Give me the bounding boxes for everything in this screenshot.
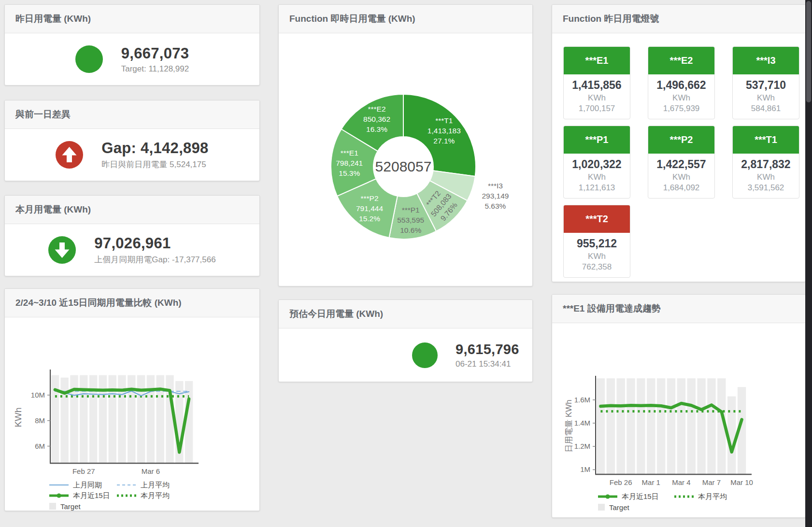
- svg-text:5.63%: 5.63%: [484, 202, 506, 210]
- light-tiles-grid: ***E11,415,856KWh1,700,157***E21,496,662…: [552, 33, 810, 278]
- svg-text:***E2: ***E2: [368, 105, 386, 113]
- svg-text:27.1%: 27.1%: [433, 137, 455, 145]
- compare-line-chart: 6M8M10MFeb 27Mar 6KWh: [5, 317, 259, 478]
- legend-label: 本月平均: [141, 491, 170, 500]
- svg-text:Mar 1: Mar 1: [642, 478, 660, 486]
- legend-item-series[interactable]: 上月同期: [49, 481, 117, 490]
- panel-header[interactable]: Function 昨日用電燈號: [552, 5, 805, 33]
- panel-title: ***E1 設備用電達成趨勢: [563, 302, 661, 315]
- svg-text:Mar 6: Mar 6: [142, 467, 160, 475]
- panel-title: Function 昨日用電燈號: [563, 13, 659, 25]
- target-bar: [667, 378, 675, 474]
- tile-body: 537,710KWh584,861: [733, 74, 799, 119]
- light-tile-T2: ***T2955,212KWh762,358: [563, 205, 630, 278]
- svg-text:15.2%: 15.2%: [359, 214, 380, 223]
- panel-header[interactable]: Function 即時日用電量 (KWh): [279, 5, 532, 33]
- panel-month-usage: 本月用電量 (KWh) 97,026,961 上個月同期用電Gap: -17,3…: [4, 195, 260, 276]
- svg-text:293,149: 293,149: [482, 192, 509, 200]
- target-swatch-icon: [598, 504, 605, 511]
- tile-label: ***P2: [648, 126, 714, 154]
- tile-label: ***E1: [564, 47, 630, 74]
- tile-label: ***I3: [733, 47, 799, 74]
- tile-target-value: 762,358: [564, 262, 630, 272]
- panel-header[interactable]: 與前一日差異: [5, 100, 259, 129]
- panel-body: 9,667,073 Target: 11,128,992: [5, 33, 259, 85]
- legend-item-target[interactable]: Target: [598, 503, 674, 512]
- series-line-icon: [49, 493, 69, 499]
- target-swatch-icon: [49, 503, 56, 510]
- legend-item-series[interactable]: 本月平均: [674, 492, 727, 501]
- panel-header[interactable]: 預估今日用電量 (KWh): [279, 300, 532, 328]
- legend-item-series[interactable]: 上月平均: [117, 481, 170, 490]
- tile-body: 1,496,662KWh1,675,939: [648, 74, 714, 119]
- legend-item-series[interactable]: 本月近15日: [598, 492, 674, 501]
- svg-text:Mar 10: Mar 10: [730, 478, 753, 486]
- light-tile-P1: ***P11,020,322KWh1,121,613: [563, 126, 630, 199]
- panel-body: ***T11,413,18327.1%***I3293,1495.63%***T…: [279, 33, 532, 286]
- legend-item-series[interactable]: 本月近15日: [49, 491, 117, 500]
- target-bar: [597, 378, 605, 474]
- legend-label: Target: [60, 502, 81, 511]
- legend-row: Target: [49, 501, 259, 512]
- target-bar: [607, 378, 615, 474]
- tile-unit: KWh: [733, 93, 799, 103]
- svg-text:10.6%: 10.6%: [400, 226, 421, 234]
- svg-text:***P1: ***P1: [402, 206, 420, 214]
- trend-line-chart: 1M1.2M1.4M1.6MFeb 26Mar 1Mar 4Mar 7Mar 1…: [552, 323, 806, 489]
- panel-today-forecast: 預估今日用電量 (KWh) 9,615,796 06-21 15:34:41: [278, 299, 533, 382]
- arrow-up-circle-icon: [56, 141, 83, 169]
- legend-label: 本月近15日: [622, 492, 659, 501]
- panel-header[interactable]: 本月用電量 (KWh): [5, 196, 259, 224]
- scrollbar-thumb[interactable]: [806, 1, 811, 102]
- tile-body: 1,422,557KWh1,684,092: [648, 154, 714, 198]
- svg-text:***E1: ***E1: [341, 149, 358, 157]
- panel-body: 97,026,961 上個月同期用電Gap: -17,377,566: [5, 224, 259, 276]
- scrollbar[interactable]: [805, 0, 812, 527]
- stat-value: Gap: 4,142,898: [101, 140, 208, 157]
- stat-value: 97,026,961: [94, 235, 215, 252]
- legend-label: 上月平均: [141, 481, 170, 490]
- series-line-icon: [117, 493, 136, 499]
- legend-item-target[interactable]: Target: [49, 502, 117, 511]
- svg-text:10M: 10M: [31, 391, 45, 399]
- panel-yesterday-lights: Function 昨日用電燈號 ***E11,415,856KWh1,700,1…: [552, 4, 806, 282]
- legend-row: 本月近15日本月平均: [598, 491, 805, 502]
- panel-header[interactable]: 昨日用電量 (KWh): [5, 5, 259, 33]
- target-bar: [647, 378, 655, 474]
- tile-value: 2,817,832: [733, 158, 799, 171]
- panel-title: 2/24~3/10 近15日同期用電量比較 (KWh): [15, 297, 182, 309]
- svg-text:798,241: 798,241: [336, 159, 363, 167]
- panel-title: 預估今日用電量 (KWh): [289, 308, 383, 320]
- series-line-icon: [117, 482, 136, 488]
- panel-header[interactable]: ***E1 設備用電達成趨勢: [552, 295, 805, 323]
- tile-target-value: 1,121,613: [564, 183, 630, 193]
- legend-label: 上月同期: [73, 481, 102, 490]
- tile-unit: KWh: [733, 172, 799, 182]
- pie-slice-label: ***I3293,1495.63%: [482, 182, 509, 210]
- tile-unit: KWh: [564, 252, 630, 261]
- tile-body: 1,020,322KWh1,121,613: [564, 154, 630, 198]
- series-line-icon: [598, 494, 617, 499]
- series-line-icon: [49, 482, 69, 488]
- svg-text:8M: 8M: [35, 416, 45, 425]
- tile-body: 2,817,832KWh3,591,562: [733, 154, 799, 198]
- target-bar: [616, 378, 625, 474]
- tile-target-value: 1,684,092: [648, 183, 714, 193]
- legend-label: 本月平均: [698, 492, 727, 501]
- target-bar: [687, 378, 696, 474]
- panel-title: 昨日用電量 (KWh): [15, 13, 91, 25]
- tile-value: 1,415,856: [564, 79, 630, 92]
- panel-header[interactable]: 2/24~3/10 近15日同期用電量比較 (KWh): [5, 289, 259, 317]
- tile-target-value: 3,591,562: [733, 183, 799, 193]
- stat-subtitle: Target: 11,128,992: [121, 64, 189, 74]
- target-bar: [637, 378, 645, 474]
- legend-row: 本月近15日本月平均: [49, 490, 259, 501]
- panel-e1-trend-chart: ***E1 設備用電達成趨勢 1M1.2M1.4M1.6MFeb 26Mar 1…: [552, 294, 806, 518]
- legend-item-series[interactable]: 本月平均: [117, 491, 170, 500]
- tile-body: 955,212KWh762,358: [564, 233, 630, 277]
- panel-yesterday-usage: 昨日用電量 (KWh) 9,667,073 Target: 11,128,992: [4, 4, 260, 85]
- tile-value: 955,212: [564, 237, 630, 250]
- tile-value: 537,710: [733, 79, 799, 92]
- tile-body: 1,415,856KWh1,700,157: [564, 74, 630, 119]
- svg-text:***T1: ***T1: [435, 116, 453, 125]
